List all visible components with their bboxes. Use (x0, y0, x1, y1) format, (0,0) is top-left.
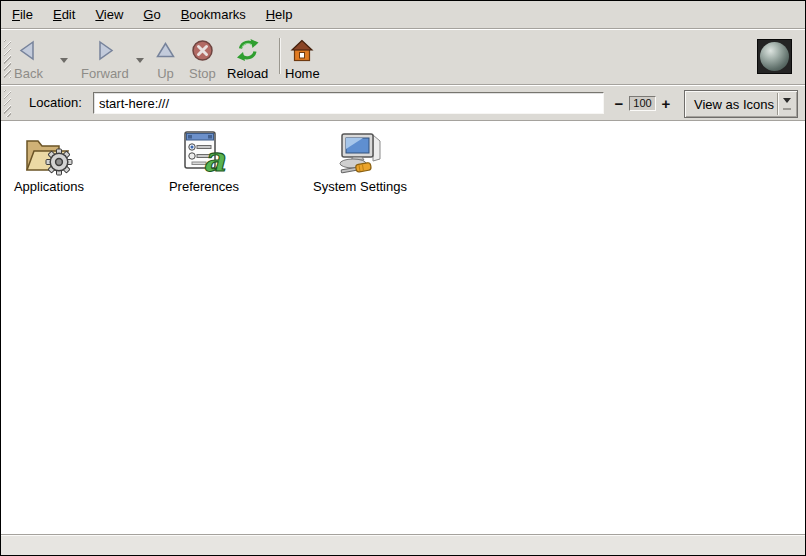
location-input[interactable] (93, 92, 604, 114)
item-label: Preferences (169, 179, 239, 194)
zoom-level-indicator: 100 (629, 96, 656, 111)
status-bar (1, 534, 805, 555)
chevron-down-icon (136, 58, 144, 67)
home-icon (290, 36, 314, 64)
item-label: System Settings (313, 179, 407, 194)
menu-go[interactable]: Go (133, 1, 170, 28)
view-as-dropdown-arrow (777, 93, 795, 115)
forward-button[interactable]: Forward (81, 36, 129, 81)
menu-file[interactable]: File (2, 1, 43, 28)
home-button[interactable]: Home (285, 36, 320, 81)
applications-folder-icon (23, 129, 75, 176)
forward-arrow-icon (94, 36, 116, 64)
menu-help-label: H (266, 7, 275, 22)
system-settings-icon (333, 129, 387, 176)
item-label: Applications (14, 179, 84, 194)
reload-button[interactable]: Reload (227, 36, 268, 81)
system-settings-item[interactable]: System Settings (312, 129, 408, 194)
back-history-dropdown[interactable] (57, 54, 71, 66)
menu-bookmarks[interactable]: Bookmarks (171, 1, 256, 28)
menu-bar: File Edit View Go Bookmarks Help (1, 1, 805, 29)
forward-history-dropdown[interactable] (133, 54, 147, 66)
nautilus-throbber (757, 39, 792, 74)
menu-view-label: V (95, 7, 103, 22)
toolbar-drag-handle[interactable] (4, 40, 11, 78)
menu-file-label: F (12, 7, 20, 22)
zoom-in-button[interactable]: + (659, 93, 673, 113)
back-button[interactable]: Back (14, 36, 43, 81)
menu-help[interactable]: Help (256, 1, 303, 28)
up-button[interactable]: Up (155, 36, 176, 81)
stop-icon (191, 36, 214, 64)
view-as-selector[interactable]: View as Icons (684, 90, 798, 118)
preferences-icon: a (180, 129, 228, 176)
nautilus-window: File Edit View Go Bookmarks Help Back Fo… (0, 0, 806, 556)
up-arrow-icon (155, 36, 176, 64)
stop-button[interactable]: Stop (189, 36, 216, 81)
menu-edit[interactable]: Edit (43, 1, 85, 28)
throbber-sphere-icon (760, 42, 789, 71)
svg-text:a: a (203, 139, 226, 176)
location-label: Location: (29, 95, 82, 110)
dropdown-arrow-icon (783, 98, 791, 107)
menu-go-label: G (143, 7, 153, 22)
view-as-label: View as Icons (685, 97, 777, 112)
icon-view-pane: Applications a Preferences (1, 121, 805, 534)
reload-icon (235, 36, 260, 64)
locationbar-drag-handle[interactable] (4, 90, 11, 117)
menu-view[interactable]: View (85, 1, 133, 28)
back-arrow-icon (17, 36, 39, 64)
menu-edit-label: E (53, 7, 62, 22)
zoom-out-button[interactable]: − (612, 93, 626, 113)
navigation-toolbar: Back Forward Up (1, 30, 805, 85)
applications-item[interactable]: Applications (1, 129, 97, 194)
preferences-item[interactable]: a Preferences (156, 129, 252, 194)
chevron-down-icon (60, 58, 68, 67)
location-bar: Location: − 100 + View as Icons (1, 86, 805, 121)
toolbar-separator (279, 38, 280, 74)
